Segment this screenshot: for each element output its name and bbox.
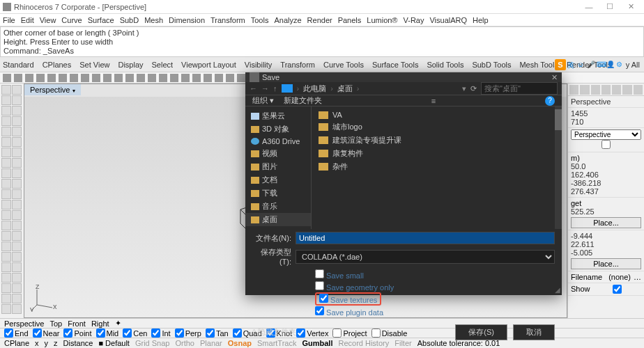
viewport-tab-right[interactable]: Right [91,319,109,328]
opt-checkbox[interactable] [315,306,324,315]
toolbar-icon[interactable] [237,74,245,82]
tool-button[interactable] [12,304,22,314]
ime-tray[interactable]: S 英 ☺ 🎤 ⌨ 👤 ⚙ y All [555,59,640,70]
folder-tree[interactable]: 坚果云3D 对象A360 Drive视频图片文档下载音乐桌面 [245,106,312,229]
file-list[interactable]: VA城市logo建筑渲染专项提升课康复构件杂件 [312,106,562,229]
tool-button[interactable] [12,262,22,272]
browse-button[interactable]: … [634,273,641,281]
tab-select[interactable]: Select [152,61,174,69]
menu-tools[interactable]: Tools [251,16,269,24]
tool-button[interactable] [12,137,22,147]
tab-display[interactable]: Display [118,61,143,69]
new-folder-button[interactable]: 新建文件夹 [284,95,322,106]
save-opt-save-small[interactable]: Save small [315,269,555,280]
tree-item[interactable]: 图片 [245,160,311,173]
tool-button[interactable] [1,304,11,314]
ime-gear-icon[interactable]: ⚙ [616,61,624,69]
panel-tab-icon[interactable] [569,85,578,95]
tool-button[interactable] [12,189,22,199]
osnap-end[interactable]: End [4,329,29,338]
projection-select[interactable]: Perspective [571,129,641,140]
viewport-tab-front[interactable]: Front [68,319,86,328]
tree-item[interactable]: 桌面 [245,213,311,226]
menu-help[interactable]: Help [473,16,489,24]
tool-button[interactable] [1,252,11,262]
menu-view[interactable]: View [40,16,56,24]
osnap-checkbox[interactable] [233,329,242,338]
tab-visibility[interactable]: Visibility [245,61,273,69]
toolbar-icon[interactable] [70,74,78,82]
tool-button[interactable] [12,273,22,283]
tree-item[interactable]: 视频 [245,147,311,160]
tab-viewport-layout[interactable]: Viewport Layout [181,61,236,69]
osnap-mid[interactable]: Mid [96,329,119,338]
save-button[interactable]: 保存(S) [455,324,507,340]
tool-button[interactable] [1,116,11,126]
osnap-int[interactable]: Int [151,329,170,338]
panel-tab-icon[interactable] [612,85,621,95]
prop-checkbox[interactable] [571,140,641,149]
tool-button[interactable] [12,252,22,262]
osnap-checkbox[interactable] [123,329,132,338]
toolbar-icon[interactable] [226,74,234,82]
osnap-checkbox[interactable] [96,329,105,338]
viewport-tab-perspective[interactable]: Perspective [4,319,44,328]
viewport-label[interactable]: Perspective [24,84,81,95]
tool-button[interactable] [1,148,11,157]
tool-button[interactable] [12,221,22,230]
file-item[interactable]: 城市logo [312,120,562,134]
tool-button[interactable] [1,242,11,251]
toolbar-icon[interactable] [192,74,201,82]
tab-cplanes[interactable]: CPlanes [43,61,72,69]
tool-button[interactable] [12,200,22,209]
refresh-icon[interactable]: ⟳ [470,84,477,93]
tool-button[interactable] [12,95,22,105]
nav-back-icon[interactable]: ← [250,84,257,93]
tab-standard[interactable]: Standard [3,61,34,69]
tool-button[interactable] [1,273,11,283]
tool-button[interactable] [12,85,22,95]
tool-button[interactable] [1,85,11,95]
toolbar-icon[interactable] [170,74,178,82]
toolbar-icon[interactable] [25,74,33,82]
dialog-close-icon[interactable]: ✕ [551,73,558,82]
panel-tab-icon[interactable] [601,85,611,95]
viewport-tab-top[interactable]: Top [49,319,62,328]
toolbar-icon[interactable] [14,74,22,82]
opt-checkbox[interactable] [315,269,324,278]
tool-button[interactable] [1,283,11,293]
tool-button[interactable] [12,106,22,116]
status-cplane[interactable]: CPlane [4,339,29,347]
minimize-button[interactable]: — [578,3,599,11]
toolbar-icon[interactable] [137,74,145,82]
tool-button[interactable] [1,168,11,178]
menu-subd[interactable]: SubD [120,16,139,24]
menu-analyze[interactable]: Analyze [274,16,301,24]
tool-button[interactable] [12,168,22,178]
toolbar-icon[interactable] [125,74,134,82]
breadcrumb[interactable]: 此电脑 [303,84,326,94]
crumb-dropdown-icon[interactable]: ▾ [462,84,466,93]
toolbar-icon[interactable] [59,74,67,82]
tab-transform[interactable]: Transform [280,61,315,69]
toolbar-icon[interactable] [47,74,56,82]
tool-button[interactable] [1,106,11,116]
save-opt-save-plugin-data[interactable]: Save plugin data [315,306,555,317]
place-button[interactable]: Place... [571,258,641,269]
osnap-point[interactable]: Point [63,329,91,338]
panel-tab-icon[interactable] [580,85,589,95]
osnap-checkbox[interactable] [33,329,42,338]
file-item[interactable]: 康复构件 [312,147,562,160]
file-item[interactable]: VA [312,109,562,120]
tool-button[interactable] [1,221,11,230]
ime-sogou-icon[interactable]: S [555,59,566,70]
nav-forward-icon[interactable]: → [261,84,269,93]
tool-button[interactable] [12,210,22,220]
viewport-tab-✦[interactable]: ✦ [115,319,121,328]
tree-item[interactable]: 下载 [245,187,311,200]
tool-button[interactable] [1,294,11,303]
tool-button[interactable] [1,231,11,241]
help-icon[interactable]: ? [545,96,555,106]
tree-item[interactable]: 坚果云 [245,109,311,122]
tree-item[interactable]: 文档 [245,173,311,187]
